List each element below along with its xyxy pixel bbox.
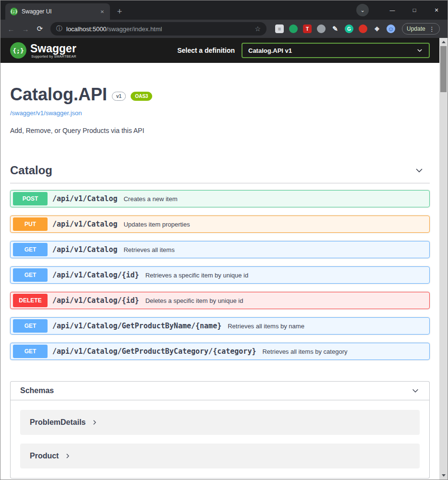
operation-summary: Updates item properties bbox=[123, 221, 190, 228]
operation-path: /api/v1/Catalog/GetProductByName/{name} bbox=[52, 322, 221, 330]
chevron-down-icon bbox=[411, 386, 420, 395]
chevron-down-icon bbox=[414, 166, 424, 175]
operation-summary: Retrieves a specific item by unique id bbox=[145, 272, 249, 279]
kebab-menu-icon[interactable]: ⋮ bbox=[429, 25, 435, 33]
chevron-down-icon bbox=[416, 47, 423, 54]
update-label: Update bbox=[407, 25, 425, 32]
operation-path: /api/v1/Catalog/GetProductByCategory/{ca… bbox=[52, 347, 256, 356]
model-name: Product bbox=[30, 452, 59, 460]
operation-path: /api/v1/Catalog bbox=[52, 194, 117, 203]
browser-tab[interactable]: {;} Swagger UI ✕ bbox=[5, 3, 110, 20]
operation-path: /api/v1/Catalog/{id} bbox=[52, 296, 139, 305]
scrollbar[interactable] bbox=[439, 38, 448, 480]
pen-extension-icon[interactable]: ✎ bbox=[331, 24, 339, 33]
forward-button[interactable]: → bbox=[19, 22, 32, 36]
minimize-button[interactable]: — bbox=[381, 0, 403, 20]
site-info-icon[interactable]: ⓘ bbox=[56, 24, 62, 33]
operation-row[interactable]: GET /api/v1/Catalog/GetProductByName/{na… bbox=[10, 317, 430, 335]
notes-extension-icon[interactable]: ≡ bbox=[275, 24, 284, 33]
method-badge: DELETE bbox=[13, 294, 48, 307]
operation-row[interactable]: PUT /api/v1/Catalog Updates item propert… bbox=[10, 216, 430, 233]
api-title-text: Catalog.API bbox=[10, 84, 107, 105]
chevron-right-icon bbox=[91, 419, 98, 426]
method-badge: GET bbox=[13, 268, 48, 282]
method-badge: GET bbox=[13, 243, 48, 256]
browser-toolbar: ← → ⟳ ⓘ localhost:5000/swagger/index.htm… bbox=[0, 20, 448, 38]
api-description: Add, Remove, or Query Products via this … bbox=[10, 127, 430, 134]
scrollbar-up-button[interactable] bbox=[439, 38, 448, 46]
oas3-badge: OAS3 bbox=[131, 92, 152, 101]
back-button[interactable]: ← bbox=[4, 22, 18, 36]
operation-summary: Retrieves all items bbox=[123, 246, 174, 253]
version-badge: v1 bbox=[112, 92, 126, 101]
scroll-up-icon bbox=[442, 41, 446, 43]
method-badge: POST bbox=[13, 192, 48, 205]
definition-select[interactable]: Catalog.API v1 bbox=[242, 43, 430, 58]
scroll-down-icon bbox=[442, 474, 446, 477]
operation-row[interactable]: GET /api/v1/Catalog Retrieves all items bbox=[10, 241, 430, 258]
swagger-favicon-icon: {;} bbox=[10, 8, 18, 15]
scrollbar-thumb[interactable] bbox=[440, 46, 447, 92]
tab-title: Swagger UI bbox=[22, 8, 95, 15]
operation-summary: Retrieves all items by name bbox=[228, 323, 304, 330]
schemas-header[interactable]: Schemas bbox=[11, 382, 429, 400]
extensions-puzzle-icon[interactable]: ❖ bbox=[373, 24, 381, 33]
definition-select-value: Catalog.API v1 bbox=[248, 47, 292, 54]
address-bar[interactable]: ⓘ localhost:5000/swagger/index.html ☆ bbox=[50, 22, 266, 36]
operation-row[interactable]: GET /api/v1/Catalog/{id} Retrieves a spe… bbox=[10, 266, 430, 284]
gray-extension-icon[interactable] bbox=[317, 24, 326, 33]
model-name: ProblemDetails bbox=[30, 418, 85, 427]
operation-summary: Retrieves all items by category bbox=[262, 348, 347, 355]
model-product[interactable]: Product bbox=[20, 444, 420, 468]
operations-list: POST /api/v1/Catalog Creates a new item … bbox=[10, 190, 430, 360]
definition-group: Select a definition Catalog.API v1 bbox=[177, 43, 430, 58]
browser-window: {;} Swagger UI ✕ + ⌄ — □ ✕ ← → ⟳ ⓘ local… bbox=[0, 0, 448, 480]
operation-row[interactable]: DELETE /api/v1/Catalog/{id} Deletes a sp… bbox=[10, 292, 430, 309]
swagger-logo[interactable]: {;} Swagger Supported by SMARTBEAR bbox=[10, 42, 76, 59]
method-badge: GET bbox=[13, 319, 48, 333]
chevron-right-icon bbox=[64, 453, 71, 459]
operation-path: /api/v1/Catalog bbox=[52, 245, 117, 254]
operation-row[interactable]: GET /api/v1/Catalog/GetProductByCategory… bbox=[10, 343, 430, 360]
schemas-section: Schemas ProblemDetails bbox=[10, 381, 430, 479]
browser-titlebar: {;} Swagger UI ✕ + ⌄ — □ ✕ bbox=[0, 0, 448, 20]
swagger-logo-icon: {;} bbox=[10, 42, 26, 59]
method-badge: GET bbox=[13, 345, 48, 358]
tampermonkey-extension-icon[interactable]: T bbox=[303, 24, 312, 33]
swagger-logo-text: Swagger bbox=[30, 43, 76, 54]
operation-path: /api/v1/Catalog bbox=[52, 220, 117, 228]
close-button[interactable]: ✕ bbox=[425, 0, 448, 20]
new-tab-button[interactable]: + bbox=[113, 5, 126, 18]
url-host: localhost:5000 bbox=[66, 25, 107, 33]
swagger-content: Catalog.API v1 OAS3 /swagger/v1/swagger.… bbox=[0, 63, 439, 480]
swagger-page: {;} Swagger Supported by SMARTBEAR Selec… bbox=[0, 38, 439, 480]
definition-select-label: Select a definition bbox=[177, 47, 235, 54]
model-problemdetails[interactable]: ProblemDetails bbox=[20, 410, 420, 435]
operation-summary: Deletes a specific item by unique id bbox=[145, 297, 243, 304]
red-extension-icon[interactable] bbox=[359, 24, 367, 33]
tag-catalog-title: Catalog bbox=[10, 164, 52, 177]
profile-avatar[interactable]: ☺ bbox=[387, 24, 395, 33]
schemas-title: Schemas bbox=[20, 386, 54, 395]
browser-update-button[interactable]: Update ⋮ bbox=[402, 23, 440, 35]
operation-row[interactable]: POST /api/v1/Catalog Creates a new item bbox=[10, 190, 430, 207]
spec-link[interactable]: /swagger/v1/swagger.json bbox=[10, 109, 82, 117]
swagger-topbar: {;} Swagger Supported by SMARTBEAR Selec… bbox=[0, 38, 439, 63]
url-text: localhost:5000/swagger/index.html bbox=[66, 25, 162, 33]
green-extension-icon[interactable] bbox=[289, 24, 298, 33]
swagger-wordmark: Swagger Supported by SMARTBEAR bbox=[30, 43, 76, 58]
url-path: /swagger/index.html bbox=[107, 25, 162, 33]
tab-search-button[interactable]: ⌄ bbox=[356, 4, 369, 16]
refresh-button[interactable]: ⟳ bbox=[33, 22, 47, 36]
bookmark-star-icon[interactable]: ☆ bbox=[254, 25, 261, 33]
tab-close-button[interactable]: ✕ bbox=[98, 8, 106, 15]
scrollbar-down-button[interactable] bbox=[439, 471, 448, 480]
page-title: Catalog.API v1 OAS3 bbox=[10, 84, 430, 105]
extensions-row: ≡ T ✎ G ❖ ☺ bbox=[275, 24, 395, 33]
swagger-logo-tagline: Supported by SMARTBEAR bbox=[31, 55, 76, 58]
maximize-button[interactable]: □ bbox=[403, 0, 425, 20]
schemas-body: ProblemDetails Product bbox=[11, 400, 429, 478]
tag-catalog-header[interactable]: Catalog bbox=[10, 161, 430, 183]
operation-path: /api/v1/Catalog/{id} bbox=[52, 271, 139, 279]
grammarly-extension-icon[interactable]: G bbox=[345, 24, 353, 33]
